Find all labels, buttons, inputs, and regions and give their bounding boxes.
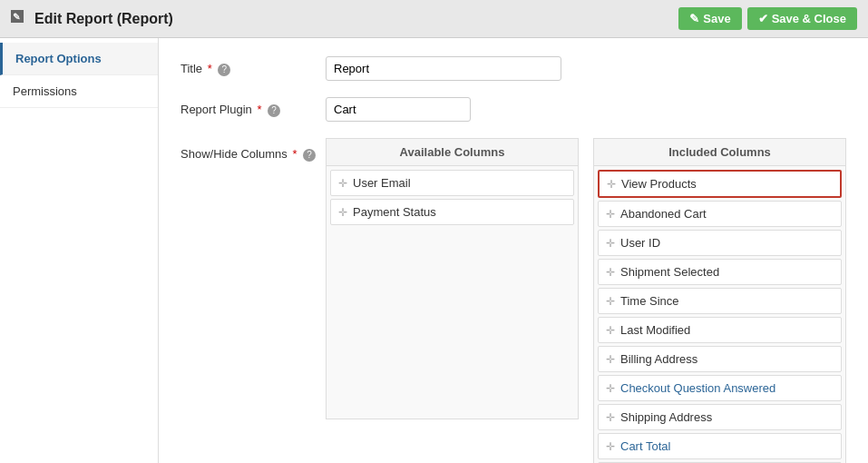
item-label: Shipping Address [620,410,712,424]
sidebar-item-report-options[interactable]: Report Options [0,43,158,75]
drag-handle-icon: ✛ [606,208,615,221]
sidebar: Report Options Permissions [0,38,159,463]
title-label: Title * ? [180,56,326,76]
list-item[interactable]: ✛ Cart Total [598,433,842,459]
list-item[interactable]: ✛ Last Modified [598,317,842,343]
drag-handle-icon: ✛ [606,353,615,366]
save-close-label: Save & Close [772,12,846,25]
item-label: Checkout Question Answered [620,381,775,395]
drag-handle-icon: ✛ [606,266,615,279]
list-item[interactable]: ✛ Time Since [598,288,842,314]
list-item[interactable]: ✛ Abandoned Cart [598,201,842,227]
save-close-button[interactable]: ✔ Save & Close [747,7,857,30]
plugin-help-icon[interactable]: ? [268,104,280,117]
item-label: Abandoned Cart [620,207,707,221]
item-label: Billing Address [620,352,697,366]
checkmark-icon: ✔ [758,12,768,25]
item-label: Shipment Selected [620,265,719,279]
page-wrapper: ✎ Edit Report (Report) ✎ Save ✔ Save & C… [0,0,868,463]
available-columns-box: Available Columns ✛ User Email ✛ Payment… [326,138,579,463]
included-columns-box: Included Columns ✛ View Products ✛ Aband… [593,138,846,463]
drag-handle-icon: ✛ [338,206,347,219]
header-buttons: ✎ Save ✔ Save & Close [678,7,857,30]
included-columns-header: Included Columns [593,138,846,165]
title-help-icon[interactable]: ? [218,64,230,76]
item-label: View Products [621,177,697,191]
drag-handle-icon: ✛ [606,324,615,337]
drag-handle-icon: ✛ [606,411,615,424]
page-title: ✎ Edit Report (Report) [11,10,173,28]
sidebar-item-label: Permissions [13,84,77,98]
header-title-text: Edit Report (Report) [34,11,173,27]
available-columns-header: Available Columns [326,138,579,165]
drag-handle-icon: ✛ [338,177,347,190]
item-label: Last Modified [620,323,690,337]
columns-row: Show/Hide Columns * ? Available Columns … [180,138,846,463]
drag-handle-icon: ✛ [606,237,615,250]
drag-handle-icon: ✛ [606,440,615,453]
columns-help-icon[interactable]: ? [303,149,316,162]
list-item[interactable]: ✛ Checkout Question Answered [598,375,842,401]
save-label: Save [703,12,730,25]
plugin-label: Report Plugin * ? [180,97,326,117]
required-marker: * [257,103,261,116]
list-item[interactable]: ✛ Shipping Address [598,404,842,430]
sidebar-item-label: Report Options [15,52,102,65]
list-item[interactable]: ✛ Billing Address [598,346,842,372]
required-marker: * [292,147,297,161]
item-label: Time Since [620,294,679,308]
list-item[interactable]: ✛ User Email [330,170,574,196]
page-header: ✎ Edit Report (Report) ✎ Save ✔ Save & C… [0,0,868,38]
main-content: Title * ? Report Plugin * ? Cart [159,38,868,463]
required-marker: * [208,62,212,75]
item-label: User ID [620,236,660,250]
item-label: Cart Total [620,439,670,453]
list-item[interactable]: ✛ View Products [598,170,842,198]
columns-container: Available Columns ✛ User Email ✛ Payment… [326,138,846,463]
list-item[interactable]: ✛ User ID [598,230,842,256]
included-columns-list: ✛ View Products ✛ Abandoned Cart ✛ User … [593,165,846,463]
list-item[interactable]: ✛ Payment Status [330,199,574,225]
sidebar-item-permissions[interactable]: Permissions [0,75,158,108]
title-row: Title * ? [180,56,846,81]
plugin-row: Report Plugin * ? Cart [180,97,846,122]
svg-text:✎: ✎ [13,12,20,22]
available-columns-list: ✛ User Email ✛ Payment Status [326,165,579,419]
columns-label: Show/Hide Columns * ? [180,138,326,162]
plugin-select-wrapper: Cart [326,97,471,122]
list-item[interactable]: ✛ Shipment Selected [598,259,842,285]
plugin-select[interactable]: Cart [326,97,471,122]
title-input[interactable] [326,56,561,81]
drag-handle-icon: ✛ [606,295,615,308]
save-icon: ✎ [689,12,699,25]
drag-handle-icon: ✛ [607,178,616,191]
content-area: Report Options Permissions Title * ? Rep… [0,38,868,463]
edit-icon: ✎ [11,10,25,28]
save-button[interactable]: ✎ Save [678,7,741,30]
item-label: User Email [353,176,411,190]
item-label: Payment Status [353,205,436,219]
drag-handle-icon: ✛ [606,382,615,395]
